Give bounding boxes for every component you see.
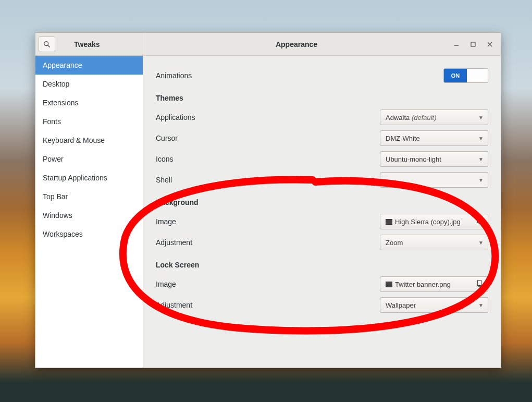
svg-rect-7 — [373, 181, 374, 181]
toggle-animations[interactable]: ON — [443, 68, 488, 83]
sidebar-item-label: Power — [43, 155, 64, 163]
dropdown-value: DMZ-White — [386, 135, 420, 142]
toggle-state: ON — [444, 69, 467, 82]
minimize-icon — [454, 42, 459, 47]
sidebar-item-top-bar[interactable]: Top Bar — [35, 187, 143, 206]
sidebar-item-appearance[interactable]: Appearance — [35, 56, 143, 75]
label-ls-adjustment: Adjustment — [156, 301, 192, 309]
sidebar-item-label: Startup Applications — [43, 174, 107, 182]
heading-background: Background — [156, 190, 488, 211]
section-label: Themes — [156, 94, 183, 102]
sidebar-item-label: Top Bar — [43, 192, 68, 201]
label-icons: Icons — [156, 155, 173, 163]
row-icons: Icons Ubuntu-mono-light ▼ — [156, 149, 488, 169]
section-label: Lock Screen — [156, 261, 199, 269]
row-applications: Applications Adwaita (default) ▼ — [156, 107, 488, 128]
sidebar-item-keyboard-mouse[interactable]: Keyboard & Mouse — [35, 131, 143, 150]
chevron-down-icon: ▼ — [478, 156, 484, 162]
svg-rect-8 — [478, 217, 481, 223]
chevron-down-icon: ▼ — [478, 115, 484, 120]
page-title: Appearance — [143, 33, 450, 55]
close-button[interactable] — [483, 38, 497, 51]
svg-rect-9 — [478, 280, 481, 285]
sidebar-item-windows[interactable]: Windows — [35, 206, 143, 225]
section-label: Background — [156, 198, 199, 206]
titlebar: Tweaks Appearance — [35, 33, 501, 56]
sidebar-item-label: Keyboard & Mouse — [43, 136, 105, 144]
open-file-icon — [476, 280, 484, 289]
image-thumb-icon — [386, 219, 392, 225]
row-cursor: Cursor DMZ-White ▼ — [156, 128, 488, 149]
sidebar-item-label: Fonts — [43, 117, 61, 126]
chevron-down-icon: ▼ — [478, 240, 484, 246]
chevron-down-icon: ▼ — [478, 136, 484, 141]
titlebar-left: Tweaks — [35, 33, 143, 55]
svg-rect-3 — [471, 42, 475, 46]
row-shell: Shell ▼ — [156, 169, 488, 190]
dropdown-value: Ubuntu-mono-light — [386, 155, 441, 163]
dropdown-value: Zoom — [386, 239, 403, 247]
dropdown-cursor[interactable]: DMZ-White ▼ — [380, 130, 488, 146]
sidebar-item-label: Windows — [43, 211, 72, 220]
label-cursor: Cursor — [156, 134, 178, 142]
label-bg-image: Image — [156, 217, 176, 226]
sidebar-item-fonts[interactable]: Fonts — [35, 112, 143, 131]
sidebar-item-desktop[interactable]: Desktop — [35, 75, 143, 93]
chevron-down-icon: ▼ — [478, 302, 484, 308]
image-thumb-icon — [386, 282, 392, 287]
row-bg-adjustment: Adjustment Zoom ▼ — [156, 232, 488, 253]
chevron-down-icon: ▼ — [478, 177, 484, 183]
dropdown-bg-adjustment[interactable]: Zoom ▼ — [380, 235, 488, 250]
label-applications: Applications — [156, 113, 195, 121]
sidebar-item-startup-applications[interactable]: Startup Applications — [35, 168, 143, 187]
minimize-button[interactable] — [450, 38, 463, 51]
file-bg-image[interactable]: High Sierra (copy).jpg — [380, 214, 488, 229]
label-shell: Shell — [156, 176, 172, 184]
sidebar-item-label: Appearance — [43, 61, 82, 69]
maximize-button[interactable] — [466, 38, 480, 51]
dropdown-value: Wallpaper — [386, 301, 416, 309]
dropdown-value: Adwaita (default) — [386, 114, 437, 121]
sidebar-item-label: Extensions — [43, 99, 78, 107]
heading-lockscreen: Lock Screen — [156, 253, 488, 274]
dropdown-icons[interactable]: Ubuntu-mono-light ▼ — [380, 151, 488, 167]
sidebar-item-label: Desktop — [43, 80, 69, 88]
content-appearance: Animations ON Themes Applications Adwait… — [143, 56, 501, 368]
sidebar: Appearance Desktop Extensions Fonts Keyb… — [35, 56, 143, 368]
search-button[interactable] — [39, 36, 55, 52]
svg-line-1 — [48, 45, 50, 47]
body: Appearance Desktop Extensions Fonts Keyb… — [35, 56, 501, 368]
warning-icon — [370, 175, 380, 185]
tweaks-window: Tweaks Appearance Appearance Desktop Ext… — [35, 32, 501, 368]
open-file-icon — [476, 217, 484, 226]
close-icon — [487, 42, 492, 47]
app-title: Tweaks — [74, 40, 100, 48]
sidebar-item-workspaces[interactable]: Workspaces — [35, 225, 143, 243]
row-ls-image: Image Twitter banner.png — [156, 274, 488, 295]
sidebar-item-label: Workspaces — [43, 230, 83, 238]
sidebar-item-power[interactable]: Power — [35, 150, 143, 168]
search-icon — [43, 41, 51, 48]
heading-themes: Themes — [156, 86, 488, 107]
svg-rect-6 — [373, 179, 374, 180]
maximize-icon — [471, 42, 476, 47]
row-bg-image: Image High Sierra (copy).jpg — [156, 211, 488, 232]
dropdown-shell: ▼ — [380, 172, 488, 188]
file-value: Twitter banner.png — [395, 281, 451, 288]
dropdown-ls-adjustment[interactable]: Wallpaper ▼ — [380, 297, 488, 313]
label-ls-image: Image — [156, 280, 176, 288]
sidebar-item-extensions[interactable]: Extensions — [35, 93, 143, 112]
dropdown-applications[interactable]: Adwaita (default) ▼ — [380, 109, 488, 125]
row-ls-adjustment: Adjustment Wallpaper ▼ — [156, 295, 488, 315]
file-ls-image[interactable]: Twitter banner.png — [380, 276, 488, 292]
file-value: High Sierra (copy).jpg — [395, 218, 461, 226]
row-animations: Animations ON — [156, 65, 488, 86]
label-animations: Animations — [156, 71, 192, 80]
window-controls — [450, 33, 501, 55]
label-bg-adjustment: Adjustment — [156, 238, 192, 247]
